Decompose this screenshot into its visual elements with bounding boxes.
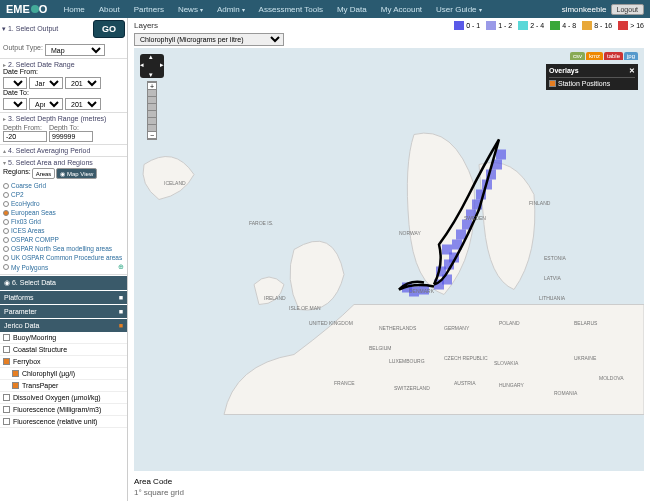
radio-icon[interactable] — [3, 219, 9, 225]
nav-admin[interactable]: Admin▾ — [211, 2, 251, 17]
checkbox-icon[interactable] — [3, 406, 10, 413]
go-button[interactable]: GO — [93, 20, 125, 38]
radio-icon[interactable] — [3, 255, 9, 261]
region-item[interactable]: My Polygons⊕ — [3, 262, 124, 272]
logo-dot — [31, 5, 39, 13]
region-item[interactable]: OSPAR North Sea modelling areas — [3, 244, 124, 253]
date-to-month[interactable]: Apr — [29, 98, 63, 110]
nav-partners[interactable]: Partners — [128, 2, 170, 17]
checkbox-icon[interactable] — [3, 418, 10, 425]
add-icon[interactable]: ⊕ — [118, 263, 124, 271]
checkbox-icon[interactable] — [3, 394, 10, 401]
platforms-header[interactable]: Platforms■ — [0, 291, 127, 304]
step4-title: 4. Select Averaging Period — [8, 147, 90, 154]
brand-logo[interactable]: EMEO — [6, 3, 47, 15]
data-item[interactable]: Coastal Structure — [0, 344, 127, 356]
radio-icon[interactable] — [3, 228, 9, 234]
date-to-year[interactable]: 2015 — [65, 98, 101, 110]
radio-icon[interactable] — [3, 210, 9, 216]
svg-text:MOLDOVA: MOLDOVA — [599, 375, 624, 381]
legend-swatch — [618, 21, 628, 30]
region-item[interactable]: ICES Areas — [3, 226, 124, 235]
region-item[interactable]: CP2 — [3, 190, 124, 199]
export-csv[interactable]: csv — [570, 52, 585, 60]
close-icon[interactable]: ✕ — [629, 67, 635, 75]
date-to-day[interactable]: 15 — [3, 98, 27, 110]
layers-label: Layers — [134, 21, 158, 30]
data-item[interactable]: Fluorescence (relative unit) — [0, 416, 127, 428]
export-table[interactable]: table — [604, 52, 623, 60]
output-type-label: Output Type: — [3, 44, 43, 56]
checkbox-icon[interactable] — [12, 382, 19, 389]
overlay-item: Station Positions — [558, 80, 610, 87]
pan-control[interactable]: ▴▾ ◂▸ — [140, 54, 164, 78]
step1-title: 1. Select Output — [8, 25, 58, 32]
date-from-day[interactable]: 1 — [3, 77, 27, 89]
output-type-select[interactable]: Map — [45, 44, 105, 56]
region-item[interactable]: Fix03 Grid — [3, 217, 124, 226]
layer-select[interactable]: Chlorophyll (Micrograms per litre) — [134, 33, 284, 46]
depth-from-input[interactable] — [3, 131, 47, 142]
data-item[interactable]: Chlorophyll (µg/l) — [0, 368, 127, 380]
region-item[interactable]: UK OSPAR Common Procedure areas — [3, 253, 124, 262]
checkbox-icon[interactable] — [12, 370, 19, 377]
nav-news[interactable]: News▾ — [172, 2, 209, 17]
depth-from-label: Depth From: — [3, 124, 42, 131]
map-canvas[interactable]: ICELAND FAROE IS. NORWAY SWEDEN FINLAND … — [134, 48, 644, 471]
data-item[interactable]: TransPaper — [0, 380, 127, 392]
radio-icon[interactable] — [3, 264, 9, 270]
export-jpg[interactable]: jpg — [624, 52, 638, 60]
date-from-month[interactable]: Jan — [29, 77, 63, 89]
nav-my-account[interactable]: My Account — [375, 2, 428, 17]
svg-text:CZECH REPUBLIC: CZECH REPUBLIC — [444, 355, 488, 361]
data-item[interactable]: Buoy/Mooring — [0, 332, 127, 344]
regions-label: Regions: — [3, 168, 31, 179]
checkbox-icon[interactable] — [3, 358, 10, 365]
legend-swatch — [550, 21, 560, 30]
nav-home[interactable]: Home — [57, 2, 90, 17]
legend-swatch — [518, 21, 528, 30]
areas-tab[interactable]: Areas — [32, 168, 56, 179]
overlay-check[interactable] — [549, 80, 556, 87]
zoom-slider[interactable]: + − — [147, 81, 157, 140]
legend-item: > 16 — [618, 21, 644, 30]
jerico-header[interactable]: Jerico Data■ — [0, 319, 127, 332]
region-item[interactable]: OSPAR COMPP — [3, 235, 124, 244]
parameter-header[interactable]: Parameter■ — [0, 305, 127, 318]
radio-icon[interactable] — [3, 237, 9, 243]
svg-text:ROMANIA: ROMANIA — [554, 390, 578, 396]
legend-item: 4 - 8 — [550, 21, 576, 30]
logout-button[interactable]: Logout — [611, 4, 644, 15]
data-item[interactable]: Dissolved Oxygen (µmol/kg) — [0, 392, 127, 404]
svg-text:IRELAND: IRELAND — [264, 295, 286, 301]
depth-to-input[interactable] — [49, 131, 93, 142]
checkbox-icon[interactable] — [3, 346, 10, 353]
data-item[interactable]: Ferrybox — [0, 356, 127, 368]
svg-text:FAROE IS.: FAROE IS. — [249, 220, 273, 226]
radio-icon[interactable] — [3, 192, 9, 198]
step6-header[interactable]: ◉ 6. Select Data — [0, 276, 127, 290]
svg-text:NETHERLANDS: NETHERLANDS — [379, 325, 417, 331]
data-item[interactable]: Fluorescence (Milligram/m3) — [0, 404, 127, 416]
region-item[interactable]: Coarse Grid — [3, 181, 124, 190]
legend-item: 0 - 1 — [454, 21, 480, 30]
checkbox-icon[interactable] — [3, 334, 10, 341]
legend-item: 8 - 16 — [582, 21, 612, 30]
radio-icon[interactable] — [3, 246, 9, 252]
mapview-tab[interactable]: ◉ Map View — [56, 168, 97, 179]
export-kmz[interactable]: kmz — [586, 52, 603, 60]
svg-text:ESTONIA: ESTONIA — [544, 255, 567, 261]
nav-assessment-tools[interactable]: Assessment Tools — [253, 2, 329, 17]
nav-my-data[interactable]: My Data — [331, 2, 373, 17]
date-from-year[interactable]: 2010 — [65, 77, 101, 89]
radio-icon[interactable] — [3, 201, 9, 207]
nav-user-guide[interactable]: User Guide▾ — [430, 2, 487, 17]
step5-title: 5. Select Area and Regions — [8, 159, 93, 166]
nav-about[interactable]: About — [93, 2, 126, 17]
svg-text:LUXEMBOURG: LUXEMBOURG — [389, 358, 425, 364]
step3-title: 3. Select Depth Range (metres) — [8, 115, 106, 122]
region-item[interactable]: EcoHydro — [3, 199, 124, 208]
region-item[interactable]: European Seas — [3, 208, 124, 217]
radio-icon[interactable] — [3, 183, 9, 189]
svg-rect-8 — [456, 230, 466, 240]
